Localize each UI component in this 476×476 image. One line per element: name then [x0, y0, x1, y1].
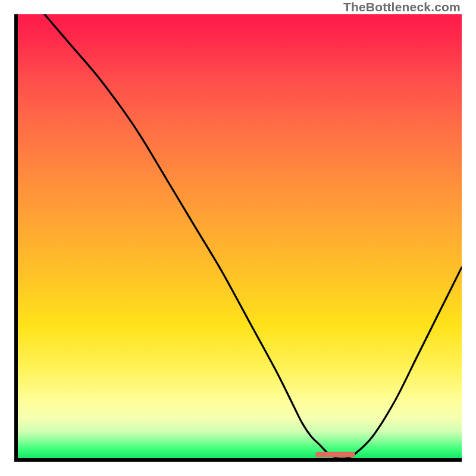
watermark-text: TheBottleneck.com [343, 0, 461, 14]
bottleneck-curve [45, 14, 462, 459]
chart-container: TheBottleneck.com [0, 0, 476, 476]
chart-svg [18, 14, 462, 458]
plot-area [14, 14, 462, 462]
optimal-marker [315, 452, 355, 458]
